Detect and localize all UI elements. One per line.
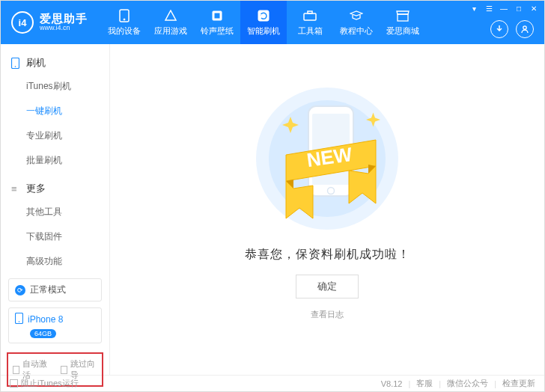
more-icon: ≡ — [11, 183, 22, 195]
sidebar-item-oneclick-flash[interactable]: 一键刷机 — [1, 99, 109, 123]
nav-apps[interactable]: 应用游戏 — [147, 1, 194, 44]
mode-indicator[interactable]: ⟳ 正常模式 — [8, 278, 102, 301]
download-icon[interactable] — [490, 20, 508, 38]
user-icon[interactable] — [516, 20, 534, 38]
support-link[interactable]: 客服 — [416, 378, 433, 389]
window-controls: ▾ ☰ — □ ✕ — [468, 2, 540, 14]
sidebar-item-itunes-flash[interactable]: iTunes刷机 — [1, 74, 109, 99]
version-label: V8.12 — [381, 379, 403, 388]
svg-point-10 — [15, 66, 16, 67]
mode-label: 正常模式 — [30, 284, 66, 296]
nav-label: 智能刷机 — [247, 25, 280, 37]
separator: | — [439, 379, 441, 388]
nav-label: 爱思商城 — [386, 25, 419, 37]
toolbox-icon — [303, 9, 317, 22]
ringtone-icon — [210, 9, 224, 22]
svg-rect-7 — [398, 14, 408, 21]
svg-rect-6 — [308, 11, 312, 13]
nav-label: 教程中心 — [340, 25, 373, 37]
separator: | — [408, 379, 410, 388]
maximize-icon[interactable]: □ — [513, 2, 525, 14]
checkbox-icon — [10, 379, 18, 388]
nav-tutorials[interactable]: 教程中心 — [333, 1, 380, 44]
apps-icon — [164, 9, 177, 22]
sidebar-item-batch-flash[interactable]: 批量刷机 — [1, 148, 109, 173]
device-name: iPhone 8 — [28, 314, 63, 325]
svg-rect-3 — [214, 13, 220, 19]
view-log-link[interactable]: 查看日志 — [311, 309, 344, 320]
store-icon — [396, 9, 409, 22]
success-message: 恭喜您，保资料刷机成功啦！ — [245, 247, 410, 263]
svg-point-1 — [124, 19, 125, 20]
nav-toolbox[interactable]: 工具箱 — [287, 1, 333, 44]
section-title: 更多 — [26, 182, 46, 195]
sidebar-item-advanced[interactable]: 高级功能 — [1, 249, 109, 274]
checkbox-label: 阻止iTunes运行 — [21, 378, 79, 389]
refresh-icon: ⟳ — [15, 285, 25, 295]
sidebar-section-flash: 刷机 — [1, 52, 109, 74]
ok-button[interactable]: 确定 — [296, 275, 359, 298]
tray-icon[interactable]: ▾ — [468, 2, 480, 14]
nav-label: 工具箱 — [298, 25, 323, 37]
svg-point-12 — [19, 321, 20, 322]
tutorial-icon — [350, 9, 363, 22]
nav-flash[interactable]: 智能刷机 — [240, 1, 287, 44]
header-actions — [490, 20, 534, 38]
top-nav: 我的设备 应用游戏 铃声壁纸 智能刷机 工具箱 教程中心 爱思商城 — [101, 1, 426, 44]
sidebar-item-download-firmware[interactable]: 下载固件 — [1, 224, 109, 249]
brand-name: 爱思助手 — [40, 13, 88, 25]
device-phone-icon — [15, 313, 23, 326]
app-logo: i4 爱思助手 www.i4.cn — [11, 11, 101, 34]
checkbox-block-itunes[interactable]: 阻止iTunes运行 — [10, 378, 79, 389]
sidebar-item-pro-flash[interactable]: 专业刷机 — [1, 123, 109, 148]
flash-icon — [257, 9, 270, 22]
device-icon — [118, 9, 131, 22]
separator: | — [494, 379, 496, 388]
nav-label: 铃声壁纸 — [201, 25, 234, 37]
nav-label: 我的设备 — [108, 25, 141, 37]
checkbox-icon — [13, 366, 19, 374]
title-bar: i4 爱思助手 www.i4.cn 我的设备 应用游戏 铃声壁纸 智能刷机 工具… — [1, 1, 544, 44]
brand-url: www.i4.cn — [40, 25, 88, 32]
checkbox-icon — [61, 366, 67, 374]
storage-badge: 64GB — [30, 329, 56, 338]
menu-icon[interactable]: ☰ — [483, 2, 495, 14]
status-bar: 阻止iTunes运行 V8.12 | 客服 | 微信公众号 | 检查更新 — [1, 375, 544, 391]
check-update-link[interactable]: 检查更新 — [502, 378, 535, 389]
minimize-icon[interactable]: — — [498, 2, 510, 14]
nav-my-device[interactable]: 我的设备 — [101, 1, 147, 44]
sidebar-item-other-tools[interactable]: 其他工具 — [1, 200, 109, 224]
main-content: NEW 恭喜您，保资料刷机成功啦！ 确定 查看日志 — [110, 44, 544, 375]
nav-label: 应用游戏 — [154, 25, 187, 37]
close-icon[interactable]: ✕ — [528, 2, 540, 14]
sidebar-section-more: ≡ 更多 — [1, 177, 109, 200]
phone-icon — [11, 58, 22, 69]
nav-ringtones[interactable]: 铃声壁纸 — [194, 1, 240, 44]
wechat-link[interactable]: 微信公众号 — [447, 378, 488, 389]
sidebar: 刷机 iTunes刷机 一键刷机 专业刷机 批量刷机 ≡ 更多 其他工具 下载固… — [1, 44, 110, 375]
section-title: 刷机 — [26, 56, 46, 70]
success-illustration: NEW — [252, 84, 402, 233]
svg-rect-5 — [304, 13, 316, 20]
nav-store[interactable]: 爱思商城 — [380, 1, 426, 44]
logo-icon: i4 — [11, 11, 34, 34]
device-card[interactable]: iPhone 8 64GB — [8, 307, 102, 343]
svg-point-8 — [523, 26, 526, 29]
